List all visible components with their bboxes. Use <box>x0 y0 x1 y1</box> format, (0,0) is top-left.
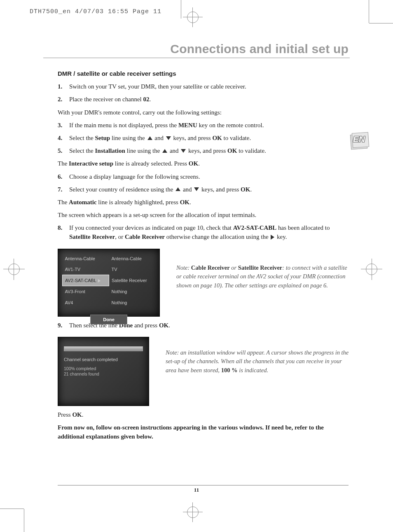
up-arrow-icon <box>147 136 152 140</box>
crop-mark <box>369 0 369 23</box>
page-title: Connections and initial set up <box>170 42 349 56</box>
language-code: EN <box>353 134 365 144</box>
screenshot-setup-menu: Antenna-CableAntenna-CableAV1-TVTVAV2-SA… <box>58 249 160 317</box>
down-arrow-icon <box>166 136 171 140</box>
paragraph: The screen which appears is a set-up scr… <box>58 210 350 219</box>
registration-mark <box>187 506 199 518</box>
screenshot-menu-row: AV4Nothing <box>63 297 155 308</box>
paragraph: The Automatic line is already highlighte… <box>58 198 350 207</box>
crop-mark <box>183 17 203 17</box>
crop-mark <box>369 23 393 23</box>
crop-mark <box>372 259 372 280</box>
figure-row-2: Channel search completed 100% completed2… <box>58 334 350 410</box>
step-4: 4.Select the Setup line using the and ke… <box>58 133 350 142</box>
header-rule <box>43 58 350 58</box>
page-number: 11 <box>0 487 393 493</box>
screenshot-menu-row: Antenna-CableAntenna-Cable <box>63 253 155 264</box>
step-1: 1.Switch on your TV set, your DMR, then … <box>58 82 350 91</box>
registration-mark <box>187 12 199 23</box>
section-heading: DMR / satellite or cable receiver settin… <box>58 69 350 78</box>
crop-mark <box>183 512 203 512</box>
screenshot-menu-row: AV2-SAT-CABLSatellite Receiver <box>63 275 155 286</box>
down-arrow-icon <box>181 149 186 153</box>
crop-mark <box>192 502 193 522</box>
screenshot-done-button: Done <box>90 315 127 324</box>
crop-mark <box>192 7 193 27</box>
crop-mark <box>3 269 25 269</box>
step-8: 8.If you connected your devices as indic… <box>58 223 350 241</box>
paragraph: Press OK. <box>58 410 350 419</box>
screenshot-text: 100% completed21 channels found <box>64 366 143 376</box>
step-2: 2.Place the receiver on channel 02. <box>58 95 350 104</box>
screenshot-menu-row: AV3-FrontNothing <box>63 286 155 297</box>
down-arrow-icon <box>194 187 199 191</box>
paragraph: The Interactive setup line is already se… <box>58 159 350 168</box>
step-6: 6.Choose a display language for the foll… <box>58 172 350 181</box>
screenshot-channel-search: Channel search completed 100% completed2… <box>58 337 149 406</box>
header-slug: DTH7500_en 4/07/03 16:55 Page 11 <box>30 8 161 15</box>
registration-mark <box>8 264 20 275</box>
body-content: DMR / satellite or cable receiver settin… <box>58 69 350 445</box>
step-7: 7.Select your country of residence using… <box>58 185 350 194</box>
progress-bar <box>64 346 143 351</box>
footer-rule <box>58 485 349 485</box>
crop-mark <box>14 259 14 280</box>
final-instruction: From now on, follow on-screen instructio… <box>58 423 350 441</box>
crop-mark <box>24 509 24 532</box>
crop-mark <box>181 0 181 19</box>
step-5: 5.Select the Installation line using the… <box>58 146 350 155</box>
figure-row-1: Antenna-CableAntenna-CableAV1-TVTVAV2-SA… <box>58 245 350 321</box>
crop-mark <box>361 269 382 269</box>
screenshot-text: Channel search completed <box>64 356 143 363</box>
up-arrow-icon <box>175 187 180 191</box>
crop-mark <box>0 509 24 509</box>
note-text: Note: an installation window will appear… <box>166 334 350 375</box>
step-3: 3.If the main menu is not displayed, pre… <box>58 121 350 130</box>
screenshot-menu-row: AV1-TVTV <box>63 264 155 275</box>
up-arrow-icon <box>162 149 167 153</box>
right-arrow-icon <box>271 235 274 240</box>
note-text: Note: Cable Receiver or Satellite Receiv… <box>176 245 350 290</box>
paragraph: With your DMR's remote control, carry ou… <box>58 108 350 117</box>
